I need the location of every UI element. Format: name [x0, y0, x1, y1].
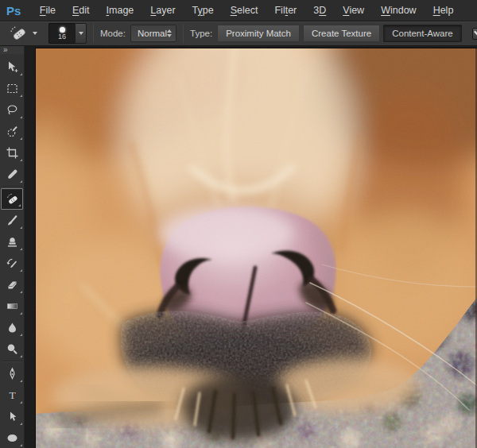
eyedropper-tool[interactable]	[0, 164, 24, 185]
history-brush-tool[interactable]	[0, 253, 24, 274]
chevron-down-icon	[79, 32, 83, 35]
blur-tool[interactable]	[0, 317, 24, 338]
tools-panel: »	[0, 46, 25, 448]
mode-value: Normal	[138, 29, 167, 38]
menu-filter[interactable]: Filter	[266, 5, 305, 16]
svg-text:T: T	[9, 389, 16, 401]
brush-size-value: 16	[58, 33, 66, 41]
brush-tip-dot-icon	[60, 27, 65, 33]
gradient-icon	[6, 299, 19, 313]
separator	[183, 24, 184, 43]
move-icon	[6, 60, 19, 74]
type-tool[interactable]: T	[0, 384, 24, 406]
tool-options-bar: 16 Mode: Normal Type: Proximity Match Cr…	[0, 21, 477, 46]
healing-type-options: Proximity Match Create Texture Content-A…	[217, 25, 465, 42]
checkmark-icon	[473, 25, 477, 37]
marquee-icon	[6, 82, 19, 95]
type-label: Type:	[190, 29, 212, 38]
mode-dropdown[interactable]: Normal	[130, 25, 176, 42]
menu-type[interactable]: Type	[184, 5, 222, 16]
spot-healing-brush-tool[interactable]	[1, 188, 23, 210]
eyedropper-icon	[6, 168, 19, 181]
spot-healing-brush-icon	[8, 24, 29, 43]
sample-all-layers-checkbox[interactable]	[472, 28, 477, 40]
tool-preset-picker[interactable]	[4, 24, 41, 43]
mode-label: Mode:	[100, 29, 126, 38]
brush-tool[interactable]	[0, 210, 24, 231]
eraser-icon	[6, 278, 19, 292]
quick-selection-tool[interactable]	[0, 121, 24, 142]
sample-all-layers-option[interactable]: Sam	[472, 28, 477, 40]
history-brush-icon	[6, 257, 19, 270]
photoshop-window: Ps File Edit Image Layer Type Select Fil…	[0, 0, 477, 448]
clone-stamp-tool[interactable]	[0, 231, 24, 253]
crop-icon	[6, 146, 19, 160]
divider	[2, 361, 22, 362]
brush-size-dropdown-button[interactable]	[75, 23, 87, 44]
separator	[93, 24, 94, 43]
ellipse-tool[interactable]	[0, 427, 24, 448]
selection-arrow-icon	[6, 410, 19, 423]
brush-preview: 16	[48, 23, 75, 44]
menu-3d[interactable]: 3D	[305, 5, 335, 16]
menu-bar: Ps File Edit Image Layer Type Select Fil…	[0, 0, 477, 21]
menu-image[interactable]: Image	[98, 5, 142, 16]
brush-size-picker[interactable]: 16	[48, 23, 87, 44]
updown-arrows-icon	[167, 29, 172, 37]
brush-icon	[6, 214, 19, 227]
ellipse-icon	[6, 431, 19, 445]
photoshop-logo: Ps	[0, 4, 31, 17]
dog-nose-photo	[36, 48, 477, 448]
menu-help[interactable]: Help	[425, 5, 462, 16]
path-selection-tool[interactable]	[0, 406, 24, 427]
type-icon: T	[6, 388, 19, 402]
blur-drop-icon	[6, 321, 19, 334]
menu-edit[interactable]: Edit	[64, 5, 99, 16]
spot-healing-brush-icon	[6, 192, 19, 206]
crop-tool[interactable]	[0, 142, 24, 164]
content-aware-button[interactable]: Content-Aware	[383, 25, 462, 42]
divider	[2, 186, 22, 187]
menu-file[interactable]: File	[31, 5, 64, 16]
menu-select[interactable]: Select	[222, 5, 266, 16]
clone-stamp-icon	[6, 235, 19, 249]
lasso-icon	[6, 103, 19, 117]
menu-layer[interactable]: Layer	[142, 5, 184, 16]
document-canvas[interactable]	[36, 48, 477, 448]
collapse-panel-button[interactable]: »	[0, 46, 24, 54]
dodge-tool[interactable]	[0, 338, 24, 360]
lasso-tool[interactable]	[0, 99, 24, 121]
quick-selection-icon	[6, 125, 19, 138]
menu-window[interactable]: Window	[373, 5, 425, 16]
move-tool[interactable]	[0, 56, 24, 78]
rectangular-marquee-tool[interactable]	[0, 78, 24, 99]
dodge-icon	[6, 342, 19, 356]
eraser-tool[interactable]	[0, 274, 24, 295]
menu-view[interactable]: View	[335, 5, 373, 16]
chevron-down-icon	[33, 32, 37, 35]
create-texture-button[interactable]: Create Texture	[303, 25, 380, 42]
pen-tool[interactable]	[0, 363, 24, 384]
double-chevron-icon: »	[3, 46, 7, 54]
canvas-pasteboard	[25, 46, 477, 448]
pen-icon	[6, 367, 19, 380]
gradient-tool[interactable]	[0, 295, 24, 317]
proximity-match-button[interactable]: Proximity Match	[217, 25, 300, 42]
main-area: »	[0, 46, 477, 448]
